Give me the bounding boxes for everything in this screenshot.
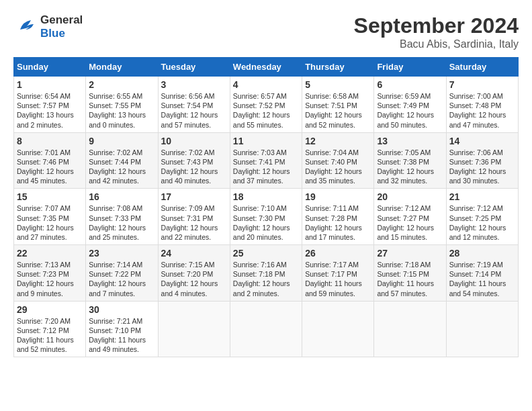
table-row: 1Sunrise: 6:54 AM Sunset: 7:57 PM Daylig… [14,77,86,133]
day-info: Sunrise: 7:08 AM Sunset: 7:33 PM Dayligh… [89,203,154,242]
day-info: Sunrise: 7:12 AM Sunset: 7:27 PM Dayligh… [377,203,443,242]
day-info: Sunrise: 7:20 AM Sunset: 7:12 PM Dayligh… [17,316,83,355]
calendar-week-row: 15Sunrise: 7:07 AM Sunset: 7:35 PM Dayli… [14,189,519,245]
col-tuesday: Tuesday [158,58,230,77]
logo-icon [13,15,38,39]
table-row: 9Sunrise: 7:02 AM Sunset: 7:44 PM Daylig… [86,132,158,189]
day-info: Sunrise: 7:19 AM Sunset: 7:14 PM Dayligh… [449,260,515,298]
day-number: 21 [449,191,515,202]
day-info: Sunrise: 7:17 AM Sunset: 7:17 PM Dayligh… [305,260,371,298]
day-number: 22 [17,248,83,259]
calendar-week-row: 22Sunrise: 7:13 AM Sunset: 7:23 PM Dayli… [14,245,519,302]
day-info: Sunrise: 6:57 AM Sunset: 7:52 PM Dayligh… [233,91,299,130]
day-number: 13 [377,136,443,146]
table-row: 27Sunrise: 7:18 AM Sunset: 7:15 PM Dayli… [374,245,446,302]
table-row: 12Sunrise: 7:04 AM Sunset: 7:40 PM Dayli… [302,132,374,189]
day-number: 4 [233,79,299,90]
col-thursday: Thursday [302,58,374,77]
table-row: 6Sunrise: 6:59 AM Sunset: 7:49 PM Daylig… [374,77,446,133]
day-number: 17 [161,191,227,202]
day-number: 23 [89,248,154,259]
day-info: Sunrise: 7:11 AM Sunset: 7:28 PM Dayligh… [305,203,371,242]
day-number: 8 [17,136,83,146]
day-number: 26 [305,248,371,259]
table-row: 15Sunrise: 7:07 AM Sunset: 7:35 PM Dayli… [14,189,86,245]
day-info: Sunrise: 6:54 AM Sunset: 7:57 PM Dayligh… [17,91,83,130]
day-info: Sunrise: 7:07 AM Sunset: 7:35 PM Dayligh… [17,203,83,242]
day-info: Sunrise: 7:21 AM Sunset: 7:10 PM Dayligh… [89,316,154,355]
day-number: 27 [377,248,443,259]
table-row: 26Sunrise: 7:17 AM Sunset: 7:17 PM Dayli… [302,245,374,302]
table-row: 22Sunrise: 7:13 AM Sunset: 7:23 PM Dayli… [14,245,86,302]
day-number: 29 [17,304,83,315]
table-row: 7Sunrise: 7:00 AM Sunset: 7:48 PM Daylig… [446,77,518,133]
day-info: Sunrise: 7:18 AM Sunset: 7:15 PM Dayligh… [377,260,443,298]
day-info: Sunrise: 6:58 AM Sunset: 7:51 PM Dayligh… [305,91,371,130]
day-info: Sunrise: 6:59 AM Sunset: 7:49 PM Dayligh… [377,91,443,130]
day-info: Sunrise: 7:05 AM Sunset: 7:38 PM Dayligh… [377,148,443,186]
day-info: Sunrise: 7:09 AM Sunset: 7:31 PM Dayligh… [161,203,227,242]
day-info: Sunrise: 7:04 AM Sunset: 7:40 PM Dayligh… [305,148,371,186]
day-number: 19 [305,191,371,202]
day-info: Sunrise: 7:16 AM Sunset: 7:18 PM Dayligh… [233,260,299,298]
day-number: 11 [233,136,299,146]
col-monday: Monday [86,58,158,77]
day-info: Sunrise: 6:55 AM Sunset: 7:55 PM Dayligh… [89,91,154,130]
day-number: 7 [449,79,515,90]
table-row: 16Sunrise: 7:08 AM Sunset: 7:33 PM Dayli… [86,189,158,245]
col-saturday: Saturday [446,58,518,77]
table-row: 30Sunrise: 7:21 AM Sunset: 7:10 PM Dayli… [86,301,158,357]
day-info: Sunrise: 7:13 AM Sunset: 7:23 PM Dayligh… [17,260,83,298]
day-info: Sunrise: 7:03 AM Sunset: 7:41 PM Dayligh… [233,148,299,186]
table-row: 28Sunrise: 7:19 AM Sunset: 7:14 PM Dayli… [446,245,518,302]
table-row [446,301,518,357]
month-title: September 2024 [354,13,519,38]
page-header: General Blue September 2024 Bacu Abis, S… [13,13,519,50]
day-number: 24 [161,248,227,259]
table-row: 4Sunrise: 6:57 AM Sunset: 7:52 PM Daylig… [230,77,302,133]
table-row: 11Sunrise: 7:03 AM Sunset: 7:41 PM Dayli… [230,132,302,189]
logo: General Blue [13,13,83,40]
day-number: 30 [89,304,154,315]
day-info: Sunrise: 7:02 AM Sunset: 7:44 PM Dayligh… [89,148,154,186]
table-row: 21Sunrise: 7:12 AM Sunset: 7:25 PM Dayli… [446,189,518,245]
calendar-week-row: 29Sunrise: 7:20 AM Sunset: 7:12 PM Dayli… [14,301,519,357]
table-row: 19Sunrise: 7:11 AM Sunset: 7:28 PM Dayli… [302,189,374,245]
day-number: 5 [305,79,371,90]
day-number: 20 [377,191,443,202]
day-info: Sunrise: 7:15 AM Sunset: 7:20 PM Dayligh… [161,260,227,298]
day-info: Sunrise: 7:12 AM Sunset: 7:25 PM Dayligh… [449,203,515,242]
table-row: 29Sunrise: 7:20 AM Sunset: 7:12 PM Dayli… [14,301,86,357]
location-title: Bacu Abis, Sardinia, Italy [354,38,519,50]
table-row [302,301,374,357]
table-row: 20Sunrise: 7:12 AM Sunset: 7:27 PM Dayli… [374,189,446,245]
day-info: Sunrise: 7:02 AM Sunset: 7:43 PM Dayligh… [161,148,227,186]
day-info: Sunrise: 6:56 AM Sunset: 7:54 PM Dayligh… [161,91,227,130]
table-row: 17Sunrise: 7:09 AM Sunset: 7:31 PM Dayli… [158,189,230,245]
table-row: 18Sunrise: 7:10 AM Sunset: 7:30 PM Dayli… [230,189,302,245]
day-number: 14 [449,136,515,146]
calendar-week-row: 8Sunrise: 7:01 AM Sunset: 7:46 PM Daylig… [14,132,519,189]
day-number: 25 [233,248,299,259]
calendar-header-row: Sunday Monday Tuesday Wednesday Thursday… [14,58,519,77]
table-row [230,301,302,357]
day-number: 1 [17,79,83,90]
calendar-week-row: 1Sunrise: 6:54 AM Sunset: 7:57 PM Daylig… [14,77,519,133]
table-row: 8Sunrise: 7:01 AM Sunset: 7:46 PM Daylig… [14,132,86,189]
table-row [158,301,230,357]
day-number: 6 [377,79,443,90]
day-number: 10 [161,136,227,146]
table-row: 23Sunrise: 7:14 AM Sunset: 7:22 PM Dayli… [86,245,158,302]
day-number: 15 [17,191,83,202]
title-block: September 2024 Bacu Abis, Sardinia, Ital… [354,13,519,50]
table-row: 25Sunrise: 7:16 AM Sunset: 7:18 PM Dayli… [230,245,302,302]
day-info: Sunrise: 7:14 AM Sunset: 7:22 PM Dayligh… [89,260,154,298]
col-friday: Friday [374,58,446,77]
table-row: 10Sunrise: 7:02 AM Sunset: 7:43 PM Dayli… [158,132,230,189]
calendar-table: Sunday Monday Tuesday Wednesday Thursday… [13,57,519,357]
table-row: 5Sunrise: 6:58 AM Sunset: 7:51 PM Daylig… [302,77,374,133]
day-number: 9 [89,136,154,146]
day-number: 12 [305,136,371,146]
day-info: Sunrise: 7:01 AM Sunset: 7:46 PM Dayligh… [17,148,83,186]
day-info: Sunrise: 7:10 AM Sunset: 7:30 PM Dayligh… [233,203,299,242]
